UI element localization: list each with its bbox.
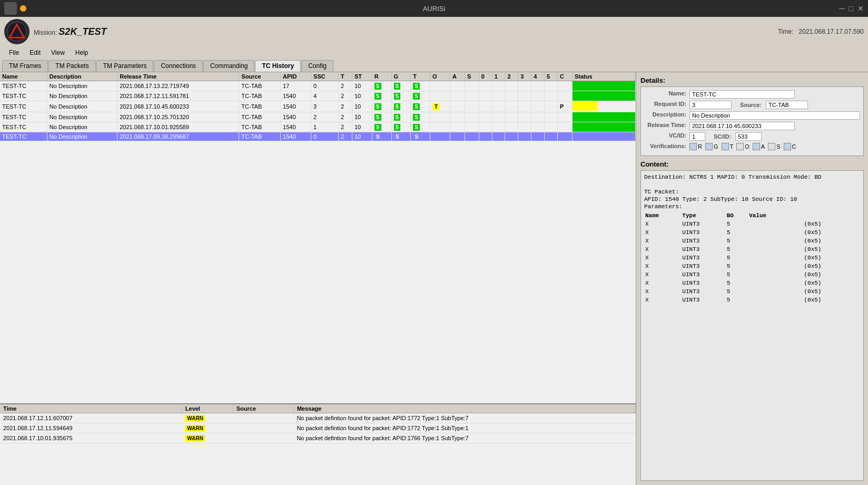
log-table: Time Level Source Message 2021.068.17.12… xyxy=(0,404,636,443)
table-cell-col4 xyxy=(531,91,545,101)
tab-config[interactable]: Config xyxy=(301,60,333,72)
log-row: 2021.068.17.10.01.935675WARNNo packet de… xyxy=(0,433,636,443)
detail-vcid-inline: 1 SC/ID: 533 xyxy=(689,132,762,141)
verif-item-R: R xyxy=(689,143,702,150)
table-cell-rgt-2: S xyxy=(411,112,430,122)
tab-tm-frames[interactable]: TM Frames xyxy=(2,60,48,72)
table-cell-2: 2021.068.17.12.11.591781 xyxy=(117,91,239,101)
detail-reltime-value: 2021.068.17.10.45.600233 xyxy=(689,122,795,130)
table-cell-col3 xyxy=(518,112,531,122)
table-row[interactable]: TEST-TCNo Description2021.068.17.10.45.6… xyxy=(0,101,636,112)
table-cell-2: 2021.068.17.10.25.701320 xyxy=(117,112,239,122)
param-cell-3 xyxy=(749,246,792,253)
content-line xyxy=(644,181,860,188)
param-cell-0: X xyxy=(645,263,681,270)
menu-help[interactable]: Help xyxy=(71,47,93,58)
table-cell-3: TC-TAB xyxy=(239,112,281,122)
table-cell-rgt-0: S xyxy=(372,91,391,101)
table-row[interactable]: TEST-TCNo Description2021.068.17.10.25.7… xyxy=(0,112,636,122)
table-row[interactable]: TEST-TCNo Description2021.068.17.13.22.7… xyxy=(0,81,636,91)
table-cell-c xyxy=(557,122,572,132)
table-cell-col0 xyxy=(479,132,492,141)
log-cell-message: No packet defintion found for packet: AP… xyxy=(293,413,635,423)
table-cell-rgt-0: S xyxy=(372,81,391,91)
table-cell-3: TC-TAB xyxy=(239,81,281,91)
tab-connections[interactable]: Connections xyxy=(154,60,203,72)
table-cell-status xyxy=(573,101,636,112)
tab-tm-parameters[interactable]: TM Parameters xyxy=(96,60,154,72)
table-cell-rgt-2: S xyxy=(411,122,430,132)
table-cell-1: No Description xyxy=(47,112,117,122)
table-cell-rgt-1: S xyxy=(391,112,411,122)
table-cell-col2 xyxy=(505,81,518,91)
table-row[interactable]: TEST-TCNo Description2021.068.17.09.38.2… xyxy=(0,132,636,141)
tab-commanding[interactable]: Commanding xyxy=(203,60,254,72)
param-cell-3 xyxy=(749,279,792,287)
param-cell-3 xyxy=(749,263,792,270)
table-cell-rgt-1: S xyxy=(391,81,411,91)
col-description: Description xyxy=(47,72,117,81)
param-cell-2: 5 xyxy=(727,271,748,278)
param-cell-1: UINT3 xyxy=(682,229,725,236)
table-cell-col0 xyxy=(479,91,492,101)
table-header-row: Name Description Release Time Source API… xyxy=(0,72,636,81)
param-cell-1: UINT3 xyxy=(682,288,725,295)
detail-reqid-inline: 3 Source: TC-TAB xyxy=(689,101,808,109)
table-container[interactable]: Name Description Release Time Source API… xyxy=(0,72,636,403)
table-cell-o xyxy=(430,112,450,122)
menu-view[interactable]: View xyxy=(46,47,70,58)
log-cell-level: WARN xyxy=(182,423,233,433)
table-cell-rgt-2: S xyxy=(411,101,430,112)
param-cell-3 xyxy=(749,254,792,261)
time-display: Time: 2021.068.17.17.07.590 xyxy=(778,28,864,35)
param-cell-1: UINT3 xyxy=(682,246,725,253)
maximize-button[interactable]: □ xyxy=(849,4,853,13)
time-value: 2021.068.17.17.07.590 xyxy=(799,28,864,35)
tab-tc-history[interactable]: TC History xyxy=(255,60,301,72)
detail-verif-row: Verifications: RGTOASC xyxy=(644,143,860,150)
table-body: TEST-TCNo Description2021.068.17.13.22.7… xyxy=(0,81,636,141)
verif-item-A: A xyxy=(753,143,765,150)
content-line: APID: 1540 Type: 2 SubType: 10 Source ID… xyxy=(644,196,860,202)
param-cell-0: X xyxy=(645,288,681,295)
table-row[interactable]: TEST-TCNo Description2021.068.17.12.11.5… xyxy=(0,91,636,101)
table-cell-rgt-1: S xyxy=(391,132,411,141)
table-row[interactable]: TEST-TCNo Description2021.068.17.10.01.9… xyxy=(0,122,636,132)
col-st: ST xyxy=(352,72,372,81)
table-cell-col4 xyxy=(531,122,545,132)
menu-file[interactable]: File xyxy=(4,47,24,58)
param-cell-2: 5 xyxy=(727,263,748,270)
minimize-button[interactable]: ─ xyxy=(840,4,845,13)
table-cell-c xyxy=(557,81,572,91)
tab-tm-packets[interactable]: TM Packets xyxy=(48,60,95,72)
log-panel[interactable]: Time Level Source Message 2021.068.17.12… xyxy=(0,403,636,485)
col-s: S xyxy=(465,72,479,81)
content-section: Destination: NCTRS 1 MAPID: 0 Transmissi… xyxy=(640,170,864,481)
log-cell-source xyxy=(233,423,293,433)
title-bar-title: AURISi xyxy=(423,5,446,13)
table-cell-as-1 xyxy=(465,132,479,141)
table-cell-rgt-1: S xyxy=(391,122,411,132)
content-line: Destination: NCTRS 1 MAPID: 0 Transmissi… xyxy=(644,174,860,180)
table-cell-6: 2 xyxy=(339,81,352,91)
param-header: Type xyxy=(682,212,725,219)
col-source: Source xyxy=(239,72,281,81)
menu-edit[interactable]: Edit xyxy=(25,47,45,58)
table-cell-o xyxy=(430,91,450,101)
detail-source-label: Source: xyxy=(740,102,762,108)
table-cell-2: 2021.068.17.10.45.600233 xyxy=(117,101,239,112)
verif-label-T: T xyxy=(730,143,734,150)
table-cell-2: 2021.068.17.09.38.299687 xyxy=(117,132,239,141)
mission-row: Mission: S2K_TEST Time: 2021.068.17.17.0… xyxy=(4,19,864,44)
table-cell-col5 xyxy=(545,101,558,112)
main-window: Mission: S2K_TEST Time: 2021.068.17.17.0… xyxy=(0,17,868,485)
param-cell-4: (0x5) xyxy=(793,288,859,295)
verif-label-G: G xyxy=(714,143,718,150)
col-g: G xyxy=(391,72,411,81)
window-dot xyxy=(20,5,26,12)
table-cell-col2 xyxy=(505,132,518,141)
table-cell-6: 2 xyxy=(339,132,352,141)
table-cell-col4 xyxy=(531,132,545,141)
close-button[interactable]: ✕ xyxy=(857,4,864,13)
param-cell-0: X xyxy=(645,279,681,287)
